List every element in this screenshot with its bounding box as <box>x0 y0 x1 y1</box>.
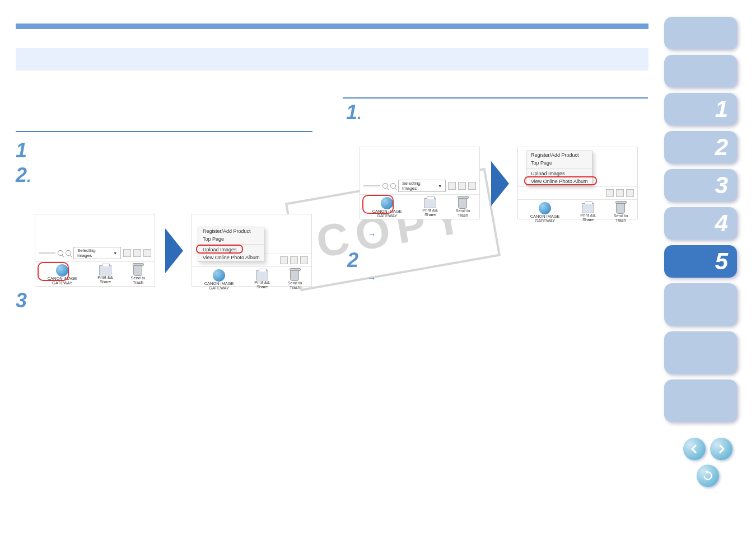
top-rule <box>16 24 648 29</box>
screenshot-right-a: Selecting Images▼ CANON iMAGE GATEWAY Pr… <box>360 147 480 219</box>
back-button[interactable] <box>697 465 719 487</box>
view-mode-icon <box>143 249 151 257</box>
prev-page-button[interactable] <box>683 438 706 460</box>
print-share-button: Print && Share <box>250 270 274 290</box>
nav-tab-contents[interactable] <box>664 55 737 87</box>
right-subhead-rule <box>343 97 648 99</box>
trash-icon <box>133 265 142 276</box>
arrow-icon: → <box>367 229 376 240</box>
nav-tab-pref[interactable] <box>664 331 737 374</box>
selecting-images-dropdown: Selecting Images▼ <box>73 247 121 259</box>
view-mode-icon <box>123 249 131 257</box>
arrow-icon: → <box>367 273 376 283</box>
nav-tab-4[interactable]: 4 <box>664 207 737 240</box>
left-step-3: 3 <box>16 289 27 312</box>
zoom-out-icon <box>58 250 63 256</box>
nav-tab-5[interactable]: 5 <box>664 245 737 278</box>
menu-register: Register/Add Product <box>198 227 264 235</box>
highlight-ring <box>362 195 394 214</box>
canon-gateway-button: CANON iMAGE GATEWAY <box>41 264 83 286</box>
print-share-button: Print && Share <box>94 265 117 285</box>
nav-tab-intro[interactable] <box>664 17 737 49</box>
menu-top-page: Top Page <box>198 235 264 243</box>
screenshot-right-b: Register/Add Product Top Page Upload Ima… <box>517 147 638 219</box>
screenshot-left-a: Selecting Images▼ CANON iMAGE GATEWAY Pr… <box>35 214 155 287</box>
send-to-trash-button: Send to Trash <box>127 265 149 285</box>
section-header-band <box>16 48 648 71</box>
next-page-button[interactable] <box>710 438 732 460</box>
zoom-in-icon <box>66 250 71 256</box>
highlight-ring <box>524 176 597 185</box>
sequence-arrow-icon <box>165 228 183 273</box>
right-step-1: 1. <box>346 101 362 124</box>
view-mode-icon <box>133 249 141 257</box>
gateway-menu: Register/Add Product Top Page Upload Ima… <box>198 227 264 262</box>
menu-view-album: View Online Photo Album <box>198 254 264 261</box>
screenshot-left-b: Register/Add Product Top Page Upload Ima… <box>192 214 312 287</box>
highlight-ring <box>196 245 243 254</box>
nav-tab-2[interactable]: 2 <box>664 131 737 163</box>
nav-tab-3[interactable]: 3 <box>664 169 737 202</box>
chevron-right-icon <box>716 443 727 455</box>
sequence-arrow-icon <box>491 161 509 206</box>
send-to-trash-button: Send to Trash <box>284 270 306 291</box>
right-step-2: 2 <box>347 249 358 272</box>
nav-tab-index[interactable] <box>664 380 737 422</box>
left-subhead-rule <box>16 131 312 132</box>
left-step-1: 1 <box>16 139 27 162</box>
canon-gateway-button: CANON iMAGE GATEWAY <box>366 197 408 219</box>
highlight-ring <box>38 262 69 281</box>
chevron-left-icon <box>689 443 700 455</box>
gateway-menu: Register/Add Product Top Page Upload Ima… <box>526 151 592 186</box>
printer-icon <box>99 265 111 275</box>
nav-tab-ref[interactable] <box>664 283 737 326</box>
return-icon <box>702 470 713 481</box>
left-step-2: 2. <box>16 163 31 187</box>
nav-tab-1[interactable]: 1 <box>664 93 737 125</box>
canon-gateway-button: CANON iMAGE GATEWAY <box>198 269 240 291</box>
